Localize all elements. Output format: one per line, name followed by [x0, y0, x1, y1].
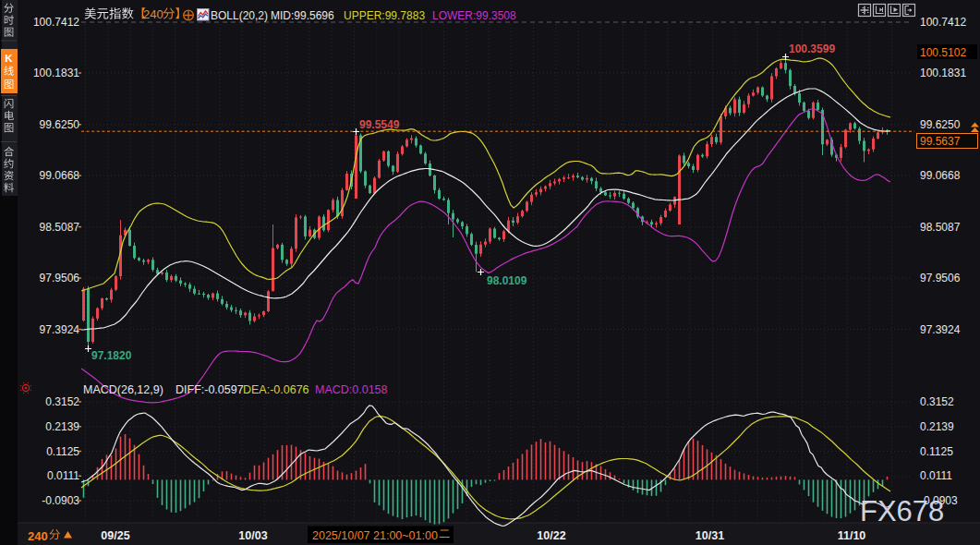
svg-text:99.0668: 99.0668 — [40, 169, 80, 182]
svg-text:99.5637: 99.5637 — [920, 135, 961, 148]
svg-text:MACD:0.0158: MACD:0.0158 — [315, 383, 388, 396]
svg-text:240: 240 — [28, 529, 48, 543]
svg-text:K: K — [5, 53, 13, 64]
svg-text:240: 240 — [143, 7, 163, 21]
svg-text:10/22: 10/22 — [537, 529, 565, 542]
svg-text:BOLL(20,2): BOLL(20,2) — [211, 9, 268, 22]
svg-text:FX678: FX678 — [860, 495, 944, 527]
svg-text:99.5549: 99.5549 — [359, 118, 400, 131]
svg-text:99.6250: 99.6250 — [40, 118, 80, 131]
svg-text:97.1820: 97.1820 — [91, 349, 132, 362]
svg-text:DIFF:-0.0597: DIFF:-0.0597 — [175, 383, 244, 396]
svg-text:100.5102: 100.5102 — [920, 46, 966, 59]
svg-text:11/10: 11/10 — [838, 529, 866, 542]
svg-text:97.9506: 97.9506 — [40, 272, 80, 285]
svg-text:10/03: 10/03 — [238, 529, 267, 542]
svg-text:0.2139: 0.2139 — [45, 420, 79, 433]
svg-text:10/31: 10/31 — [696, 529, 724, 542]
svg-text:99.6250: 99.6250 — [920, 118, 961, 131]
svg-text:0.1125: 0.1125 — [46, 445, 79, 458]
svg-text:0.2139: 0.2139 — [920, 420, 954, 433]
svg-text:MID:99.5696: MID:99.5696 — [271, 9, 334, 22]
svg-text:100.3599: 100.3599 — [789, 42, 835, 55]
svg-text:97.3924: 97.3924 — [920, 323, 961, 336]
svg-text:0.3152: 0.3152 — [45, 395, 79, 408]
svg-text:98.5087: 98.5087 — [40, 221, 80, 234]
svg-text:98.5087: 98.5087 — [920, 221, 961, 234]
svg-text:100.1831: 100.1831 — [33, 67, 79, 79]
svg-text:-0.0903: -0.0903 — [42, 494, 79, 507]
svg-text:DEA:-0.0676: DEA:-0.0676 — [243, 383, 309, 396]
svg-text:LOWER:99.3508: LOWER:99.3508 — [432, 9, 516, 22]
svg-text:MACD(26,12,9): MACD(26,12,9) — [83, 383, 163, 396]
svg-text:09/25: 09/25 — [101, 529, 129, 542]
svg-text:0.0111: 0.0111 — [920, 469, 952, 482]
svg-text:0.1125: 0.1125 — [920, 445, 953, 458]
svg-text:0.0111: 0.0111 — [47, 469, 79, 482]
svg-text:UPPER:99.7883: UPPER:99.7883 — [344, 9, 425, 22]
svg-text:97.9506: 97.9506 — [920, 272, 961, 285]
svg-text:100.7412: 100.7412 — [920, 16, 966, 29]
svg-text:0.3152: 0.3152 — [920, 395, 954, 408]
svg-text:2025/10/07 21:00~01:00: 2025/10/07 21:00~01:00 — [312, 529, 438, 542]
svg-text:100.1831: 100.1831 — [920, 67, 966, 79]
svg-text:99.0668: 99.0668 — [920, 169, 961, 182]
svg-text:100.7412: 100.7412 — [33, 16, 79, 29]
svg-text:98.0109: 98.0109 — [487, 274, 527, 287]
svg-text:97.3924: 97.3924 — [40, 323, 80, 336]
